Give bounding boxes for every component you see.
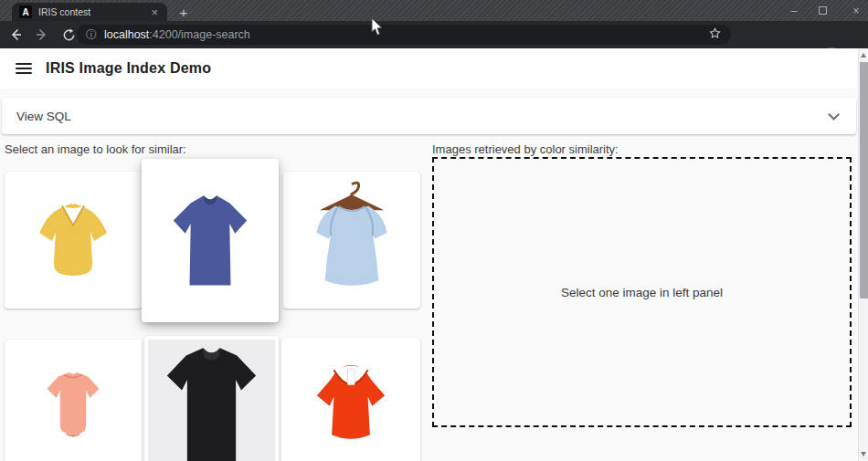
image-card-orange-crop-top[interactable] (281, 338, 420, 461)
page-info-icon[interactable]: ⓘ (86, 27, 97, 43)
results-empty-message: Select one image in left panel (561, 286, 723, 299)
product-image-orange-crop-top (287, 341, 415, 460)
page-title: IRIS Image Index Demo (46, 60, 211, 77)
image-card-navy-tshirt[interactable] (142, 159, 279, 322)
scrollbar-thumb[interactable] (860, 62, 868, 299)
browser-toolbar: ⓘ localhost:4200/image-search ••• J ⋮ (0, 21, 868, 48)
view-sql-expansion-panel[interactable]: View SQL (2, 98, 856, 134)
app-toolbar: IRIS Image Index Demo (0, 48, 858, 89)
results-label: Images retrieved by color similarity: (432, 142, 619, 156)
results-dropzone: Select one image in left panel (432, 157, 852, 427)
product-image-blue-blouse (290, 178, 414, 302)
product-image-black-tshirt (148, 340, 275, 461)
window-close-button[interactable]: × (850, 5, 863, 16)
image-card-blue-blouse[interactable] (283, 172, 420, 309)
image-card-yellow-top[interactable] (5, 172, 142, 309)
tab-title: IRIS contest (38, 6, 149, 17)
chevron-down-icon (828, 109, 840, 120)
product-image-salmon-onesie (17, 349, 129, 460)
page-content: IRIS Image Index Demo View SQL Select an… (0, 48, 868, 461)
bookmark-star-icon[interactable] (708, 26, 722, 44)
site-favicon-icon: A (19, 5, 32, 18)
tab-close-icon[interactable]: × (149, 6, 160, 18)
url-text: localhost:4200/image-search (104, 28, 250, 41)
product-image-yellow-top (18, 185, 128, 295)
image-card-black-tshirt[interactable] (144, 336, 279, 461)
forward-button[interactable] (31, 24, 53, 46)
browser-tab[interactable]: A IRIS contest × (12, 3, 167, 21)
address-bar[interactable]: ⓘ localhost:4200/image-search (77, 25, 731, 45)
gallery-label: Select an image to look for similar: (5, 142, 186, 156)
browser-tab-strip: A IRIS contest × + – × (0, 0, 868, 21)
window-maximize-button[interactable] (819, 6, 827, 15)
image-card-salmon-onesie[interactable] (5, 340, 142, 461)
scroll-up-arrow-icon[interactable] (861, 53, 866, 58)
product-image-navy-tshirt (145, 176, 275, 306)
page-scrollbar[interactable] (858, 48, 868, 461)
view-sql-label: View SQL (16, 110, 71, 123)
menu-icon[interactable] (16, 63, 32, 74)
window-minimize-button[interactable]: – (788, 5, 800, 16)
scroll-down-arrow-icon[interactable] (861, 452, 866, 456)
new-tab-button[interactable]: + (175, 4, 192, 20)
back-button[interactable] (5, 24, 26, 46)
